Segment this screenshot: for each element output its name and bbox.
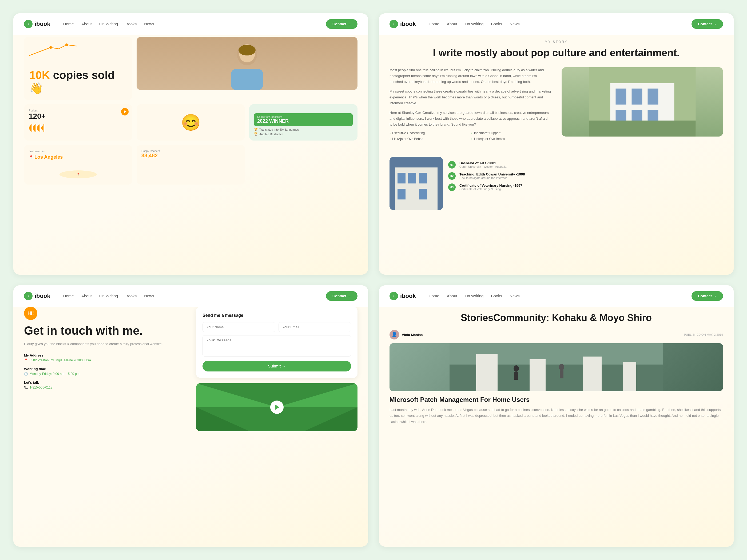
contact-talk: Let's talk 📞 1-315-555-0118 [24,380,185,389]
svg-rect-41 [560,370,563,378]
form-email-input[interactable] [279,322,351,332]
form-row-names [203,322,351,332]
nav-writing-2[interactable]: On Writing [465,22,484,26]
award-sub2: Audible Bestseller [259,133,283,136]
award-year: 2022 WINNER [257,118,350,124]
logo-1[interactable]: i ibook [24,20,50,28]
nav-links-1: Home About On Writing Books News [63,22,326,26]
svg-rect-14 [616,88,626,105]
logo-icon-2: i [389,20,398,28]
svg-rect-15 [632,88,642,105]
nav-3: i ibook Home About On Writing Books News… [14,285,368,306]
contact-btn-3[interactable]: Contact → [326,291,358,301]
envelope-play-btn[interactable] [270,401,284,414]
about-body-2: My sweet spot is connecting these creati… [389,88,551,106]
service-1: Executive Ghostwriting [389,131,469,135]
my-story-label: MY STORY [379,40,733,44]
nav-books-2[interactable]: Books [491,22,502,26]
nav-about-2[interactable]: About [447,22,457,26]
nav-books-1[interactable]: Books [125,22,136,26]
working-label: Working time [24,367,185,371]
nav-books-3[interactable]: Books [125,294,136,298]
contact-btn-4[interactable]: Contact → [692,291,723,301]
award-sub: Translated into 40+ languages [259,128,299,131]
submit-button[interactable]: Submit → [203,361,351,371]
author-photo-card [136,37,358,90]
edu-title-2: Teaching, Edith Cowan University -1998 [459,172,525,176]
form-message-textarea[interactable] [203,335,351,356]
svg-point-7 [238,45,256,55]
about-headline: I write mostly about pop culture and ent… [379,47,733,59]
about-building-photo [562,67,723,136]
happy-number: 38,482 [141,153,240,159]
svg-text:📍: 📍 [77,173,80,176]
nav-home-3[interactable]: Home [63,294,74,298]
svg-rect-16 [648,88,659,105]
address-label: My Address [24,353,185,357]
nav-news-1[interactable]: News [144,22,154,26]
svg-rect-20 [589,121,696,136]
form-title: Send me a message [203,313,351,318]
address-value: 📍 8502 Preston Rd. Inglé, Maine 98380, U… [24,358,185,362]
svg-rect-23 [397,173,406,184]
nav-about-1[interactable]: About [81,22,92,26]
contact-subtext: Clarity gives you the blocks & component… [24,341,185,347]
svg-rect-27 [419,189,427,199]
podcast-card: Podcast 120+ [24,104,132,140]
edu-item-1: 01 Bachelor of Arts -2001 Curtin Univers… [448,161,723,168]
svg-rect-39 [514,372,518,380]
about-bottom: 01 Bachelor of Arts -2001 Curtin Univers… [379,152,733,215]
edu-title-3: Certificate of Veterinary Nursing -1997 [459,184,522,187]
nav-news-2[interactable]: News [510,22,520,26]
location-card: I'm based in 📍 Los Angeles 📍 [24,145,132,185]
svg-rect-5 [231,69,263,90]
contact-working: Working time 🕐 Monday-Friday: 9:00 am – … [24,367,185,376]
blog-post-title: Microsoft Patch Management For Home User… [389,396,723,404]
nav-writing-4[interactable]: On Writing [465,294,484,298]
logo-3[interactable]: i ibook [24,292,50,300]
nav-writing-3[interactable]: On Writing [99,294,118,298]
svg-rect-35 [530,359,546,391]
nav-home-1[interactable]: Home [63,22,74,26]
blog-title: StoriesCommunity: Kohaku & Moyo Shiro [389,312,723,323]
svg-text:i: i [28,22,29,26]
form-name-input[interactable] [203,322,275,332]
contact-info-col: HI! Get in touch with me. Clarity gives … [24,306,185,431]
smiley-emoji: 😊 [181,113,201,132]
logo-2[interactable]: i ibook [389,20,416,28]
location-label: I'm based in [29,150,128,153]
edu-num-1: 01 [448,161,456,168]
logo-icon: i [24,20,32,28]
contact-btn-2[interactable]: Contact → [692,19,723,29]
logo-4[interactable]: i ibook [389,292,416,300]
education-list: 01 Bachelor of Arts -2001 Curtin Univers… [448,161,723,210]
envelope [196,383,358,431]
about-bottom-building [389,157,443,210]
nav-about-3[interactable]: About [81,294,92,298]
nav-1: i ibook Home About On Writing Books News… [14,14,368,35]
nav-home-2[interactable]: Home [429,22,439,26]
about-body-1: Most people find one true calling in lif… [389,67,551,85]
svg-text:i: i [28,294,29,298]
blog-image [389,343,723,391]
nav-about-4[interactable]: About [447,294,457,298]
service-4: LinkAja or Ovo Bebas [471,137,551,141]
contact-btn-1[interactable]: Contact → [326,19,358,29]
nav-home-4[interactable]: Home [429,294,439,298]
nav-writing-1[interactable]: On Writing [99,22,118,26]
waveform [29,123,128,133]
nav-books-4[interactable]: Books [491,294,502,298]
svg-rect-26 [397,189,406,199]
svg-rect-37 [623,362,636,391]
award-label: Studie for Goodpress [257,115,350,118]
panel-blog: i ibook Home About On Writing Books News… [379,285,733,547]
nav-news-3[interactable]: News [144,294,154,298]
nav-news-4[interactable]: News [510,294,520,298]
panel-hero: i ibook Home About On Writing Books News… [14,14,368,275]
service-3: LinkAja or Ovo Bebas [389,137,469,141]
svg-rect-34 [476,354,497,391]
edu-sub-1: Curtin University - Western Australia [459,165,506,168]
talk-label: Let's talk [24,380,185,384]
about-text-col: Most people find one true calling in lif… [389,67,551,141]
edu-item-3: 03 Certificate of Veterinary Nursing -19… [448,184,723,191]
